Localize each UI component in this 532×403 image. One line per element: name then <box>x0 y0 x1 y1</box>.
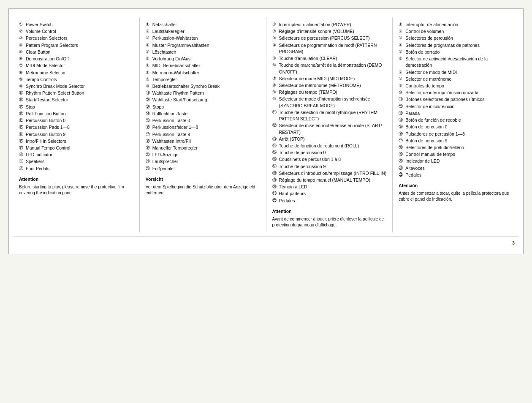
list-item: ⑮Perkussion-Taste 0 <box>146 117 260 124</box>
list-item: ⑲Manueller Temporegler <box>146 145 260 151</box>
item-number: ⑲ <box>146 145 152 151</box>
item-text: Selectores de programas de patrones <box>405 42 513 49</box>
list-item: ⑩Sélecteur de mode d'interruption synchr… <box>272 96 387 109</box>
item-text: MIDI Mode Selector <box>26 63 133 69</box>
list-item: ㉒Foot Pedals <box>19 166 133 172</box>
item-text: Touche de marche/arrêt de la démonstrati… <box>279 62 387 75</box>
item-text: Selector de modo de MIDI <box>405 69 513 76</box>
attention-section: AttentionBefore starting to play, please… <box>19 176 133 196</box>
item-number: ⑦ <box>272 76 278 82</box>
list-item: ⑳LED indicator <box>19 152 133 158</box>
item-number: ② <box>399 28 404 35</box>
item-text: Perkussion-Wahltasten <box>152 35 260 41</box>
list-item: ⑪Touche de sélection de motif rythmique … <box>272 109 387 122</box>
item-text: Löschtasten <box>152 49 260 55</box>
item-number: ⑬ <box>146 104 152 110</box>
list-item: ⑮Touche de percussion 0 <box>272 150 387 156</box>
item-text: Foot Pedals <box>26 166 133 172</box>
attention-section: VorsichtVor dem Spielbeginn die Schutzfo… <box>146 176 260 196</box>
item-text: Demonstration On/Off <box>26 56 133 62</box>
item-number: ⑯ <box>399 131 404 137</box>
list-item: ⑮Botón de percusión 0 <box>399 124 513 130</box>
attention-header: Attention <box>19 176 133 182</box>
item-number: ④ <box>146 42 152 49</box>
list-item: ㉑Speakers <box>19 158 133 165</box>
list-item: ⑦MIDI Mode Selector <box>19 63 133 69</box>
item-text: Selectores de percusión <box>405 35 513 41</box>
attention-text: Vor dem Spielbeginn die Schutzfolie über… <box>146 184 260 196</box>
item-text: Wahltaste Start/Fortsetzung <box>152 97 260 103</box>
item-number: ② <box>19 28 25 35</box>
item-number: ⑮ <box>19 117 25 124</box>
item-number: ⑨ <box>19 76 25 83</box>
list-item: ⑰Botón de percusión 9 <box>399 138 513 144</box>
item-number: ㉒ <box>146 166 152 172</box>
item-text: Sélecteur de métronome (METRONOME) <box>279 82 387 89</box>
item-text: Sélecteur de mode d'interruption synchro… <box>279 96 387 109</box>
item-text: Parada <box>405 110 513 117</box>
item-text: Pedales <box>405 172 513 178</box>
item-text: Réglage d'intensité sonore (VOLUME) <box>279 28 387 35</box>
item-number: ⑩ <box>19 83 25 90</box>
item-text: Haut-parleurs <box>279 191 387 197</box>
attention-section: AtenciónAntes de comenzar a tocar, quite… <box>399 182 513 202</box>
item-number: ② <box>146 28 152 35</box>
item-number: ① <box>146 22 152 28</box>
item-number: ⑧ <box>399 76 404 82</box>
list-item: ①Interruptor de alimentación <box>399 22 513 28</box>
list-item: ⑫Start/Restart Selector <box>19 97 133 103</box>
list-item: ㉒Fußpedale <box>146 166 260 172</box>
item-number: ① <box>19 22 25 28</box>
list-item: ④Sélecteurs de programmation de motif (P… <box>272 42 387 55</box>
item-number: ⑨ <box>272 89 278 95</box>
list-item: ⑬Arrêt (STOP) <box>272 136 387 142</box>
list-item: ⑲Manual Tempo Control <box>19 145 133 151</box>
list-item: ⑳LED-Anzeige <box>146 152 260 158</box>
item-number: ⑨ <box>146 76 152 83</box>
item-number: ㉒ <box>399 172 404 178</box>
list-item: ⑥Touche de marche/arrêt de la démonstrat… <box>272 62 387 75</box>
item-number: ⑫ <box>146 97 152 103</box>
list-item: ③Selectores de percusión <box>399 35 513 41</box>
list-item: ⑬Stop <box>19 104 133 110</box>
item-text: Volume Control <box>26 28 133 35</box>
item-text: Control de volumen <box>405 28 513 35</box>
list-item: ⑤Touche d'annulation (CLEAR) <box>272 55 387 62</box>
item-text: Manual Tempo Control <box>26 145 133 151</box>
list-item: ①Interrupteur d'alimentation (POWER) <box>272 22 387 28</box>
item-text: Percussion Pads 1—8 <box>26 124 133 131</box>
list-item: ⑳Indicador de LED <box>399 158 513 164</box>
item-text: Metronom-Wahlschalter <box>152 70 260 76</box>
list-item: ㉑Altavoces <box>399 165 513 172</box>
item-number: ③ <box>399 35 404 41</box>
item-number: ㉑ <box>272 191 278 197</box>
list-item: ⑱Selectores de preludio/relleno <box>399 144 513 151</box>
item-number: ③ <box>146 35 152 41</box>
list-item: ⑨Réglages du tempo (TEMPO) <box>272 89 387 95</box>
item-number: ⑰ <box>19 131 25 138</box>
item-number: ⑱ <box>146 138 152 144</box>
item-text: Botón de percusión 9 <box>405 138 513 144</box>
column-spanish: ①Interruptor de alimentación②Control de … <box>393 17 519 232</box>
item-number: ⑪ <box>272 109 278 116</box>
item-number: ㉑ <box>399 165 404 172</box>
list-item: ⑨Temporegler <box>146 76 260 83</box>
item-text: Témoin à LED <box>279 184 387 190</box>
attention-text: Before starting to play, please remove t… <box>19 184 133 196</box>
item-text: Fußpedale <box>152 166 260 172</box>
item-text: Perkussionsfelder 1—8 <box>152 124 260 131</box>
item-number: ⑧ <box>19 70 25 76</box>
list-item: ⑩Betriebsartschalter Synchro Break <box>146 83 260 90</box>
attention-header: Atención <box>399 182 513 189</box>
item-number: ⑰ <box>272 163 278 170</box>
column-german: ①Netzschalter②Lautstärkeregler③Perkussio… <box>140 17 266 232</box>
list-item: ⑩Selector de interrupción sincronizada <box>399 90 513 96</box>
item-text: Intro/Fill In Selectors <box>26 138 133 144</box>
item-number: ⑦ <box>19 63 25 69</box>
list-item: ②Réglage d'intensité sonore (VOLUME) <box>272 28 387 35</box>
list-item: ②Lautstärkeregler <box>146 28 260 35</box>
list-item: ⑭Botón de función de redoble <box>399 117 513 123</box>
list-item: ⑯Pulsadores de percusión 1—8 <box>399 131 513 137</box>
list-item: ②Control de volumen <box>399 28 513 35</box>
item-text: Lautstärkeregler <box>152 28 260 35</box>
